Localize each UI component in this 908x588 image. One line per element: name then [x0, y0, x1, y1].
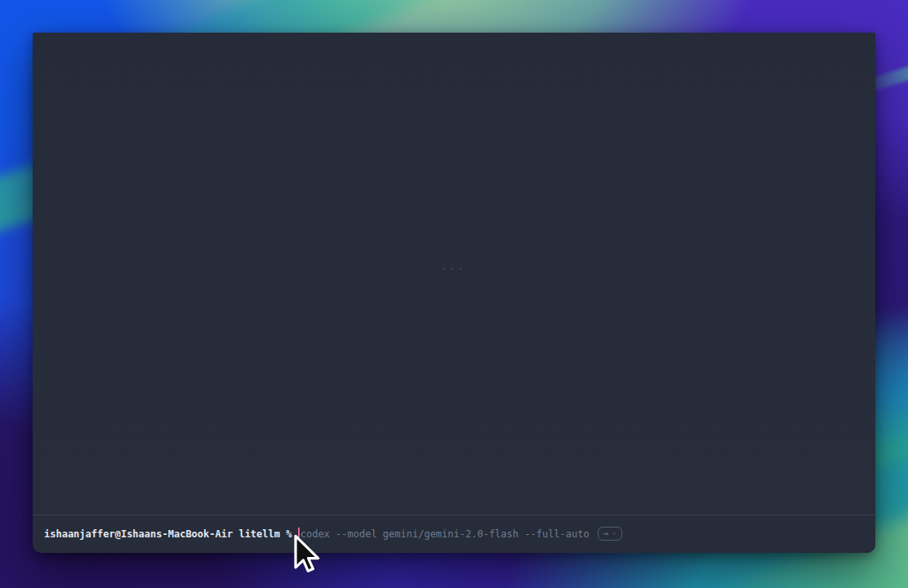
accept-suggestion-hint-badge: →· [598, 527, 623, 541]
terminal-prompt-row[interactable]: ishaanjaffer@Ishaans-MacBook-Air litellm… [33, 515, 875, 553]
autosuggestion-text: codex --model gemini/gemini-2.0-flash --… [300, 528, 590, 540]
terminal-output-ellipsis: ··· [441, 263, 466, 274]
prompt-directory: litellm [238, 528, 280, 540]
terminal-output-area[interactable]: ··· [33, 33, 875, 514]
hint-dot-icon: · [612, 529, 616, 538]
prompt-user-host: ishaanjaffer@Ishaans-MacBook-Air [44, 528, 233, 540]
desktop-wallpaper: ··· ishaanjaffer@Ishaans-MacBook-Air lit… [0, 0, 908, 588]
text-cursor [298, 528, 300, 540]
terminal-window[interactable]: ··· ishaanjaffer@Ishaans-MacBook-Air lit… [33, 33, 875, 553]
right-arrow-icon: → [603, 528, 609, 539]
prompt-symbol: % [286, 528, 292, 540]
